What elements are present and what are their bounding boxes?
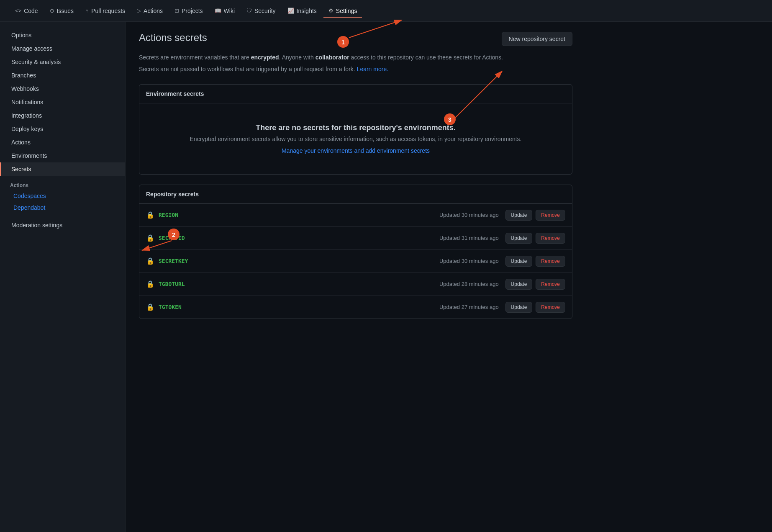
top-navigation: <> Code ⊙ Issues ⑃ Pull requests ▷ Actio… (0, 0, 772, 22)
actions-icon: ▷ (137, 8, 141, 14)
secret-actions: Update Remove (505, 279, 565, 290)
repository-secrets-header: Repository secrets (139, 185, 572, 204)
secret-actions: Update Remove (505, 210, 565, 221)
sidebar-actions-section-label: Actions (0, 176, 125, 190)
secret-updated: Updated 30 minutes ago (439, 212, 499, 218)
secret-updated: Updated 30 minutes ago (439, 258, 499, 264)
repository-secrets-section: Repository secrets 🔒 REGION Updated 30 m… (139, 185, 572, 319)
sidebar-item-security-analysis[interactable]: Security & analysis (0, 55, 125, 69)
remove-secret-button[interactable]: Remove (536, 233, 565, 244)
page-description-2: Secrets are not passed to workflows that… (139, 64, 572, 74)
sidebar: Options Manage access Security & analysi… (0, 22, 126, 532)
update-secret-button[interactable]: Update (505, 210, 533, 221)
sidebar-item-branches[interactable]: Branches (0, 69, 125, 82)
sidebar-item-secrets[interactable]: Secrets (0, 162, 125, 176)
lock-icon: 🔒 (146, 257, 154, 265)
sidebar-item-moderation-settings[interactable]: Moderation settings (0, 218, 125, 232)
wiki-icon: 📖 (215, 8, 221, 14)
secret-row: 🔒 SECRETID Updated 31 minutes ago Update… (139, 227, 572, 250)
sidebar-item-webhooks[interactable]: Webhooks (0, 82, 125, 95)
secret-updated: Updated 28 minutes ago (439, 281, 499, 287)
secret-name: SECRETID (159, 235, 439, 241)
secret-name: TGTOKEN (159, 304, 439, 310)
lock-icon: 🔒 (146, 303, 154, 311)
sidebar-item-integrations[interactable]: Integrations (0, 109, 125, 122)
remove-secret-button[interactable]: Remove (536, 256, 565, 267)
remove-secret-button[interactable]: Remove (536, 302, 565, 313)
nav-settings[interactable]: ⚙ Settings (323, 4, 362, 18)
secret-row: 🔒 SECRETKEY Updated 30 minutes ago Updat… (139, 250, 572, 273)
secret-updated: Updated 27 minutes ago (439, 304, 499, 310)
environment-secrets-section: Environment secrets There are no secrets… (139, 84, 572, 175)
empty-state-description: Encrypted environment secrets allow you … (149, 136, 562, 142)
sidebar-item-actions[interactable]: Actions (0, 136, 125, 149)
nav-projects[interactable]: ⊡ Projects (169, 4, 208, 18)
secret-name: REGION (159, 212, 439, 218)
environment-secrets-empty-state: There are no secrets for this repository… (139, 103, 572, 174)
nav-pull-requests[interactable]: ⑃ Pull requests (80, 4, 130, 18)
nav-wiki[interactable]: 📖 Wiki (210, 4, 240, 18)
sidebar-item-options[interactable]: Options (0, 28, 125, 42)
remove-secret-button[interactable]: Remove (536, 279, 565, 290)
sidebar-item-codespaces[interactable]: Codespaces (0, 190, 125, 202)
security-icon: 🛡 (246, 8, 252, 14)
secret-row: 🔒 REGION Updated 30 minutes ago Update R… (139, 204, 572, 227)
sidebar-item-environments[interactable]: Environments (0, 149, 125, 162)
secret-name: TGBOTURL (159, 281, 439, 287)
page-title: Actions secrets (139, 32, 207, 44)
nav-code[interactable]: <> Code (10, 4, 43, 18)
update-secret-button[interactable]: Update (505, 256, 533, 267)
insights-icon: 📈 (287, 8, 294, 14)
secret-actions: Update Remove (505, 256, 565, 267)
lock-icon: 🔒 (146, 280, 154, 288)
nav-actions[interactable]: ▷ Actions (132, 4, 168, 18)
sidebar-item-notifications[interactable]: Notifications (0, 95, 125, 109)
lock-icon: 🔒 (146, 211, 154, 219)
sidebar-item-manage-access[interactable]: Manage access (0, 42, 125, 55)
secret-row: 🔒 TGTOKEN Updated 27 minutes ago Update … (139, 296, 572, 319)
update-secret-button[interactable]: Update (505, 233, 533, 244)
main-layout: Options Manage access Security & analysi… (0, 22, 772, 532)
sidebar-item-dependabot[interactable]: Dependabot (0, 202, 125, 213)
page-description-1: Secrets are environment variables that a… (139, 53, 572, 62)
settings-icon: ⚙ (328, 8, 333, 14)
update-secret-button[interactable]: Update (505, 279, 533, 290)
projects-icon: ⊡ (174, 8, 179, 14)
code-icon: <> (15, 8, 21, 14)
secret-row: 🔒 TGBOTURL Updated 28 minutes ago Update… (139, 273, 572, 296)
nav-security[interactable]: 🛡 Security (241, 4, 281, 18)
secret-updated: Updated 31 minutes ago (439, 235, 499, 241)
pull-requests-icon: ⑃ (85, 8, 89, 14)
environment-secrets-header: Environment secrets (139, 85, 572, 103)
issues-icon: ⊙ (50, 8, 54, 14)
secret-actions: Update Remove (505, 233, 565, 244)
manage-environments-link[interactable]: Manage your environments and add environ… (282, 147, 430, 154)
main-content: Actions secrets New repository secret Se… (126, 22, 586, 532)
learn-more-link[interactable]: Learn more. (357, 66, 388, 72)
new-repository-secret-button[interactable]: New repository secret (502, 32, 572, 46)
secret-actions: Update Remove (505, 302, 565, 313)
secret-name: SECRETKEY (159, 258, 439, 264)
empty-state-title: There are no secrets for this repository… (149, 123, 562, 132)
sidebar-item-deploy-keys[interactable]: Deploy keys (0, 122, 125, 136)
nav-issues[interactable]: ⊙ Issues (45, 4, 79, 18)
page-header: Actions secrets New repository secret (139, 32, 572, 46)
remove-secret-button[interactable]: Remove (536, 210, 565, 221)
update-secret-button[interactable]: Update (505, 302, 533, 313)
secret-rows-container: 🔒 REGION Updated 30 minutes ago Update R… (139, 204, 572, 319)
nav-insights[interactable]: 📈 Insights (282, 4, 322, 18)
lock-icon: 🔒 (146, 234, 154, 242)
